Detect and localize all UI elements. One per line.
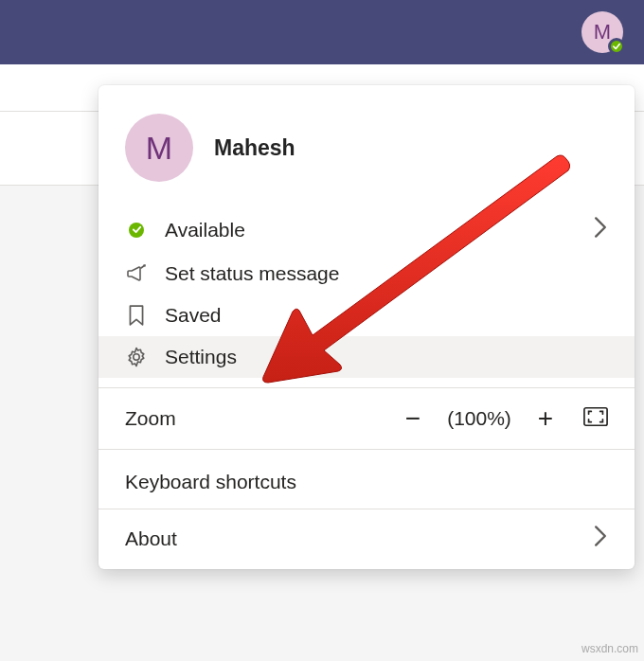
avatar-initial-large: M — [146, 130, 172, 167]
saved-label: Saved — [165, 304, 222, 327]
chevron-right-icon — [593, 525, 608, 552]
status-menu-item[interactable]: Available — [98, 206, 635, 253]
profile-avatar-button[interactable]: M — [581, 11, 623, 53]
zoom-row: Zoom − (100%) + — [98, 387, 635, 450]
settings-label: Settings — [165, 346, 237, 368]
divider — [98, 509, 635, 509]
presence-available-icon — [608, 38, 625, 55]
megaphone-icon — [125, 262, 148, 285]
app-titlebar: M — [0, 0, 644, 64]
profile-name: Mahesh — [214, 135, 295, 161]
bookmark-icon — [125, 304, 148, 327]
profile-dropdown-menu: M Mahesh Available Set status message Sa… — [98, 85, 635, 569]
profile-avatar-large: M — [125, 114, 193, 182]
zoom-label: Zoom — [125, 407, 394, 430]
about-menu-item[interactable]: About — [98, 515, 635, 569]
saved-menu-item[interactable]: Saved — [98, 295, 635, 336]
svg-point-0 — [134, 354, 139, 360]
gear-icon — [125, 346, 148, 368]
zoom-value: (100%) — [432, 407, 527, 430]
available-status-icon — [129, 223, 144, 238]
set-status-label: Set status message — [165, 262, 339, 285]
profile-header: M Mahesh — [98, 106, 635, 206]
zoom-in-button[interactable]: + — [527, 405, 564, 432]
watermark: wsxdn.com — [581, 642, 638, 655]
about-label: About — [125, 527, 177, 550]
status-label: Available — [165, 219, 245, 241]
chevron-right-icon — [593, 216, 608, 243]
avatar-initial: M — [594, 20, 611, 45]
keyboard-shortcuts-label: Keyboard shortcuts — [125, 471, 296, 493]
keyboard-shortcuts-menu-item[interactable]: Keyboard shortcuts — [98, 461, 635, 503]
fullscreen-icon[interactable] — [583, 406, 608, 432]
zoom-out-button[interactable]: − — [394, 405, 432, 432]
settings-menu-item[interactable]: Settings — [98, 336, 635, 378]
svg-rect-1 — [584, 407, 607, 425]
set-status-menu-item[interactable]: Set status message — [98, 253, 635, 295]
